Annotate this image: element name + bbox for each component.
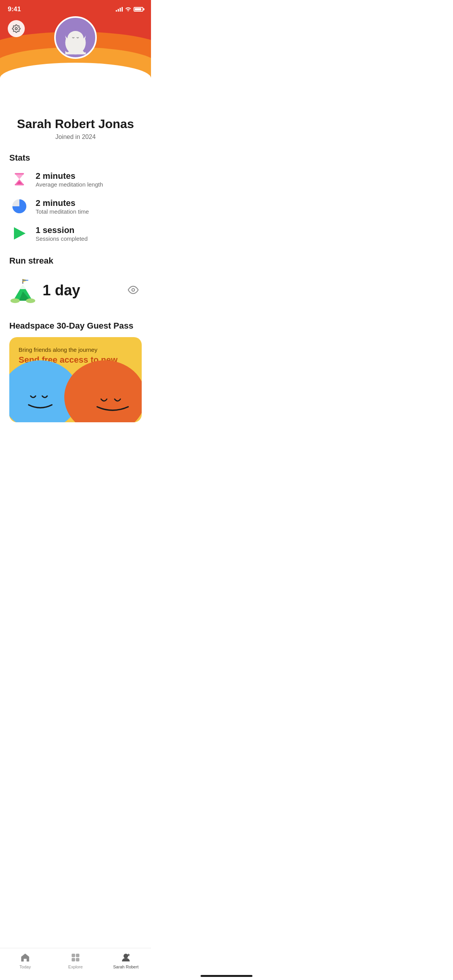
svg-point-15 xyxy=(10,298,20,303)
guest-pass-card[interactable]: Bring friends along the journey Send fre… xyxy=(9,337,142,422)
face-orange-icon xyxy=(91,387,134,418)
eye-icon xyxy=(128,284,139,295)
stat-value-sessions: 1 session xyxy=(36,225,88,235)
avatar xyxy=(54,16,97,59)
stat-label-avg-meditation: Average meditation length xyxy=(36,181,103,188)
settings-button[interactable] xyxy=(8,20,25,37)
stat-item-sessions: 1 session Sessions completed xyxy=(9,223,142,243)
svg-marker-8 xyxy=(14,227,26,240)
status-icons xyxy=(116,6,143,12)
avatar-circle xyxy=(54,16,97,59)
signal-icon xyxy=(116,7,123,12)
svg-point-0 xyxy=(15,27,17,30)
eye-button[interactable] xyxy=(125,281,142,300)
streak-card: 1 day xyxy=(9,272,142,308)
stat-text-total-meditation: 2 minutes Total meditation time xyxy=(36,198,89,215)
avatar-ghost-icon xyxy=(60,24,91,57)
main-content: Sarah Robert Jonas Joined in 2024 Stats xyxy=(0,94,151,473)
stats-section-title: Stats xyxy=(9,153,142,163)
guest-pass-section: Headspace 30-Day Guest Pass Bring friend… xyxy=(9,321,142,422)
hourglass-icon xyxy=(9,169,29,189)
pie-chart-icon xyxy=(9,196,29,216)
header-wave xyxy=(0,16,151,94)
svg-point-17 xyxy=(132,288,135,291)
play-triangle-icon xyxy=(9,223,29,243)
status-bar: 9:41 xyxy=(0,0,151,16)
guest-pass-title: Headspace 30-Day Guest Pass xyxy=(9,321,142,331)
stat-text-avg-meditation: 2 minutes Average meditation length xyxy=(36,171,103,188)
svg-rect-5 xyxy=(15,173,24,175)
stats-list: 2 minutes Average meditation length xyxy=(9,169,142,243)
streak-value: 1 day xyxy=(43,282,118,299)
stat-value-avg-meditation: 2 minutes xyxy=(36,171,103,181)
svg-point-16 xyxy=(26,298,35,303)
svg-marker-11 xyxy=(20,284,26,289)
user-name: Sarah Robert Jonas xyxy=(9,117,142,131)
run-streak-section: Run streak xyxy=(9,256,142,308)
guest-pass-illustration xyxy=(9,360,142,422)
stat-item-total-meditation: 2 minutes Total meditation time xyxy=(9,196,142,216)
stat-item-avg-meditation: 2 minutes Average meditation length xyxy=(9,169,142,189)
joined-text: Joined in 2024 xyxy=(9,134,142,140)
gear-icon xyxy=(12,24,21,33)
svg-point-4 xyxy=(67,31,84,46)
streak-mountain-icon xyxy=(9,277,36,304)
face-blue-icon xyxy=(21,384,60,415)
stat-label-sessions: Sessions completed xyxy=(36,235,88,242)
stat-text-sessions: 1 session Sessions completed xyxy=(36,225,88,242)
svg-rect-6 xyxy=(15,184,24,185)
status-time: 9:41 xyxy=(8,5,21,13)
battery-icon xyxy=(134,7,143,12)
stat-value-total-meditation: 2 minutes xyxy=(36,198,89,208)
guest-pass-subtext: Bring friends along the journey xyxy=(19,346,132,353)
run-streak-title: Run streak xyxy=(9,256,142,266)
stat-label-total-meditation: Total meditation time xyxy=(36,208,89,215)
wifi-icon xyxy=(125,6,131,12)
stats-section: Stats xyxy=(9,153,142,243)
